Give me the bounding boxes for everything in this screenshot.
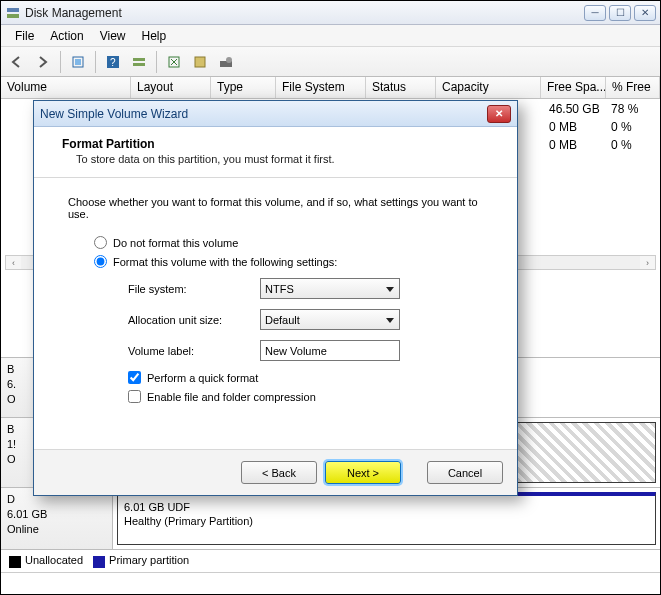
- partition-primary[interactable]: 6.01 GB UDF Healthy (Primary Partition): [117, 492, 656, 545]
- label-filesystem: File system:: [128, 283, 254, 295]
- window-title: Disk Management: [25, 6, 584, 20]
- col-volume[interactable]: Volume: [1, 77, 131, 98]
- forward-button[interactable]: [31, 50, 55, 74]
- label-format: Format this volume with the following se…: [113, 256, 337, 268]
- legend-primary-swatch: [93, 556, 105, 568]
- back-button[interactable]: < Back: [241, 461, 317, 484]
- radio-no-format[interactable]: [94, 236, 107, 249]
- checkbox-quickformat[interactable]: [128, 371, 141, 384]
- legend-unallocated-swatch: [9, 556, 21, 568]
- wizard-title: New Simple Volume Wizard: [40, 107, 487, 121]
- toolbar: ?: [1, 47, 660, 77]
- wizard-subheading: To store data on this partition, you mus…: [76, 153, 499, 165]
- scroll-left-icon: ‹: [6, 256, 21, 269]
- svg-text:?: ?: [110, 57, 116, 68]
- rescan-icon[interactable]: [127, 50, 151, 74]
- svg-point-11: [226, 57, 232, 63]
- table-row: 0 MB0 %: [549, 138, 656, 156]
- wizard-close-button[interactable]: ✕: [487, 105, 511, 123]
- table-row: 46.50 GB78 %: [549, 102, 656, 120]
- checkbox-compression[interactable]: [128, 390, 141, 403]
- svg-rect-9: [195, 57, 205, 67]
- wizard-heading: Format Partition: [62, 137, 499, 151]
- select-filesystem[interactable]: NTFS: [260, 278, 400, 299]
- col-type[interactable]: Type: [211, 77, 276, 98]
- menu-file[interactable]: File: [7, 27, 42, 45]
- col-layout[interactable]: Layout: [131, 77, 211, 98]
- label-volumelabel: Volume label:: [128, 345, 254, 357]
- svg-rect-3: [75, 59, 81, 65]
- menu-action[interactable]: Action: [42, 27, 91, 45]
- label-quickformat: Perform a quick format: [147, 372, 258, 384]
- legend: Unallocated Primary partition: [1, 550, 660, 572]
- settings-icon[interactable]: [162, 50, 186, 74]
- svg-rect-0: [7, 8, 19, 12]
- wizard-intro: Choose whether you want to format this v…: [68, 196, 495, 220]
- wizard-header: Format Partition To store data on this p…: [34, 127, 517, 178]
- radio-format[interactable]: [94, 255, 107, 268]
- label-no-format: Do not format this volume: [113, 237, 238, 249]
- volumes-header: Volume Layout Type File System Status Ca…: [1, 77, 660, 99]
- scroll-right-icon: ›: [640, 256, 655, 269]
- col-freespace[interactable]: Free Spa...: [541, 77, 606, 98]
- menu-help[interactable]: Help: [134, 27, 175, 45]
- table-row: 0 MB0 %: [549, 120, 656, 138]
- menu-bar: File Action View Help: [1, 25, 660, 47]
- label-compression: Enable file and folder compression: [147, 391, 316, 403]
- wizard-dialog: New Simple Volume Wizard ✕ Format Partit…: [33, 100, 518, 496]
- maximize-button[interactable]: ☐: [609, 5, 631, 21]
- help-icon[interactable]: ?: [101, 50, 125, 74]
- refresh-icon[interactable]: [66, 50, 90, 74]
- wizard-titlebar[interactable]: New Simple Volume Wizard ✕: [34, 101, 517, 127]
- select-allocation[interactable]: Default: [260, 309, 400, 330]
- disk-management-icon: [5, 5, 21, 21]
- col-fs[interactable]: File System: [276, 77, 366, 98]
- svg-rect-7: [133, 63, 145, 66]
- cancel-button[interactable]: Cancel: [427, 461, 503, 484]
- wizard-body: Choose whether you want to format this v…: [34, 178, 517, 449]
- col-status[interactable]: Status: [366, 77, 436, 98]
- wizard-footer: < Back Next > Cancel: [34, 449, 517, 495]
- properties-icon[interactable]: [188, 50, 212, 74]
- next-button[interactable]: Next >: [325, 461, 401, 484]
- volume-rows-partial: 46.50 GB78 % 0 MB0 % 0 MB0 %: [549, 102, 656, 156]
- minimize-button[interactable]: ─: [584, 5, 606, 21]
- close-button[interactable]: ✕: [634, 5, 656, 21]
- menu-view[interactable]: View: [92, 27, 134, 45]
- svg-rect-1: [7, 14, 19, 18]
- disk-d-info: D 6.01 GB Online: [1, 488, 113, 549]
- disk-settings-icon[interactable]: [214, 50, 238, 74]
- back-button[interactable]: [5, 50, 29, 74]
- input-volumelabel[interactable]: New Volume: [260, 340, 400, 361]
- svg-rect-6: [133, 58, 145, 61]
- col-capacity[interactable]: Capacity: [436, 77, 541, 98]
- main-titlebar: Disk Management ─ ☐ ✕: [1, 1, 660, 25]
- col-pctfree[interactable]: % Free: [606, 77, 660, 98]
- label-allocation: Allocation unit size:: [128, 314, 254, 326]
